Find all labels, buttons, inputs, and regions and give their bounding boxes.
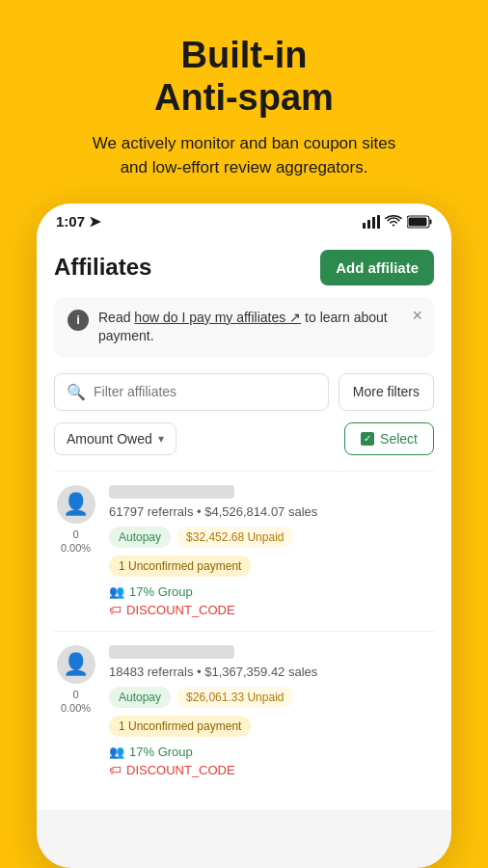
badge-row: Autopay $26,061.33 Unpaid: [109, 687, 434, 708]
affiliate-details: 61797 referrals • $4,526,814.07 sales Au…: [109, 485, 434, 617]
svg-rect-5: [409, 217, 427, 226]
svg-rect-6: [430, 219, 432, 224]
amount-owed-label: Amount Owed: [67, 431, 152, 447]
affiliate-count: 0 0.00%: [61, 528, 91, 556]
payment-help-link[interactable]: how do I pay my affiliates ↗: [134, 310, 301, 325]
unpaid-badge: $26,061.33 Unpaid: [176, 687, 293, 708]
autopay-badge: Autopay: [109, 527, 171, 548]
user-icon: 👤: [63, 652, 89, 677]
status-time: 1:07 ➤: [56, 213, 101, 231]
filter-row: 🔍 document.querySelector('[data-name="se…: [54, 373, 434, 411]
affiliates-header: Affiliates Add affiliate: [54, 236, 434, 297]
amount-owed-dropdown[interactable]: Amount Owed ▾: [54, 422, 176, 455]
unpaid-badge: $32,452.68 Unpaid: [176, 527, 293, 548]
phone-frame: 1:07 ➤ Affiliates: [37, 203, 451, 868]
search-icon: 🔍: [67, 383, 86, 401]
close-banner-button[interactable]: ×: [412, 307, 422, 324]
info-text: Read how do I pay my affiliates ↗ to lea…: [98, 309, 420, 346]
sort-row: Amount Owed ▾ Select: [54, 422, 434, 455]
group-icon: 👥: [109, 745, 124, 759]
affiliate-name-redacted: [109, 485, 234, 499]
select-checkbox-icon: [361, 432, 374, 446]
affiliate-referrals: 61797 referrals • $4,526,814.07 sales: [109, 504, 434, 519]
status-bar: 1:07 ➤: [37, 203, 451, 236]
code-icon: 🏷: [109, 603, 122, 617]
status-icons: [363, 215, 432, 229]
search-box[interactable]: 🔍 document.querySelector('[data-name="se…: [54, 373, 329, 411]
discount-code-label: 🏷 DISCOUNT_CODE: [109, 763, 434, 777]
info-banner: i Read how do I pay my affiliates ↗ to l…: [54, 297, 434, 358]
discount-code-label: 🏷 DISCOUNT_CODE: [109, 603, 434, 617]
affiliate-left-col: 👤 0 0.00%: [54, 485, 97, 556]
badge-row: Autopay $32,452.68 Unpaid: [109, 527, 434, 548]
svg-rect-3: [377, 215, 380, 229]
signal-icon: [363, 215, 380, 229]
hero-section: Built-inAnti-spam We actively monitor an…: [0, 0, 488, 203]
search-input[interactable]: [94, 384, 316, 399]
phone-content: Affiliates Add affiliate i Read how do I…: [37, 236, 451, 810]
affiliate-details: 18483 referrals • $1,367,359.42 sales Au…: [109, 645, 434, 777]
more-filters-button[interactable]: More filters: [339, 373, 434, 411]
select-button[interactable]: Select: [344, 422, 434, 455]
svg-rect-0: [363, 223, 366, 229]
select-label: Select: [380, 431, 418, 447]
unconfirmed-badge: 1 Unconfirmed payment: [109, 556, 251, 577]
code-icon: 🏷: [109, 763, 122, 777]
list-item[interactable]: 👤 0 0.00% 18483 referrals • $1,367,359.4…: [54, 631, 434, 791]
hero-subtitle: We actively monitor and ban coupon sites…: [29, 132, 459, 179]
affiliate-count: 0 0.00%: [61, 688, 91, 716]
user-icon: 👤: [63, 492, 89, 517]
info-icon: i: [68, 310, 89, 331]
badge-row-2: 1 Unconfirmed payment: [109, 556, 434, 577]
affiliate-list: 👤 0 0.00% 61797 referrals • $4,526,814.0…: [54, 471, 434, 791]
avatar: 👤: [57, 485, 95, 524]
affiliate-meta: 👥 17% Group 🏷 DISCOUNT_CODE: [109, 584, 434, 617]
wifi-icon: [385, 215, 402, 229]
svg-rect-2: [372, 217, 375, 229]
list-item[interactable]: 👤 0 0.00% 61797 referrals • $4,526,814.0…: [54, 471, 434, 631]
group-icon: 👥: [109, 584, 124, 599]
unconfirmed-badge: 1 Unconfirmed payment: [109, 716, 251, 737]
badge-row-2: 1 Unconfirmed payment: [109, 716, 434, 737]
battery-icon: [407, 215, 432, 229]
add-affiliate-button[interactable]: Add affiliate: [320, 250, 434, 285]
affiliates-page-title: Affiliates: [54, 254, 151, 281]
chevron-down-icon: ▾: [158, 432, 164, 446]
affiliate-left-col: 👤 0 0.00%: [54, 645, 97, 716]
autopay-badge: Autopay: [109, 687, 171, 708]
group-label: 👥 17% Group: [109, 745, 434, 759]
affiliate-referrals: 18483 referrals • $1,367,359.42 sales: [109, 665, 434, 679]
affiliate-name-redacted: [109, 645, 234, 659]
hero-title: Built-inAnti-spam: [29, 35, 459, 119]
svg-rect-1: [367, 220, 370, 229]
avatar: 👤: [57, 645, 95, 684]
group-label: 👥 17% Group: [109, 584, 434, 599]
affiliate-meta: 👥 17% Group 🏷 DISCOUNT_CODE: [109, 745, 434, 777]
